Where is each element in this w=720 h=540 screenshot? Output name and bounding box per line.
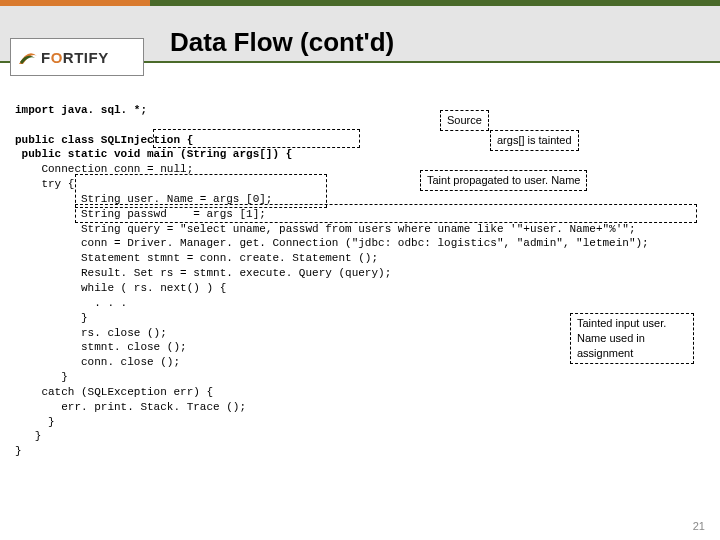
page-number: 21: [693, 520, 705, 532]
code-line: }: [15, 371, 68, 383]
annotation-tainted-input: Tainted input user. Name used in assignm…: [570, 313, 694, 364]
code-line: Statement stmnt = conn. create. Statemen…: [15, 252, 378, 264]
slide-title: Data Flow (cont'd): [170, 27, 394, 58]
code-line: Result. Set rs = stmnt. execute. Query (…: [15, 267, 391, 279]
annotation-args-tainted: args[] is tainted: [490, 130, 579, 151]
code-line: public class SQLInjection {: [15, 134, 193, 146]
code-line: err. print. Stack. Trace ();: [15, 401, 246, 413]
code-line: . . .: [15, 297, 127, 309]
code-line: Connection conn = null;: [15, 163, 193, 175]
code-line: }: [15, 445, 22, 457]
code-line: stmnt. close ();: [15, 341, 187, 353]
code-line: conn. close ();: [15, 356, 180, 368]
code-line: }: [15, 312, 88, 324]
code-line: while ( rs. next() ) {: [15, 282, 226, 294]
code-line: try {: [15, 178, 74, 190]
code-block: import java. sql. *; public class SQLInj…: [15, 88, 705, 540]
logo-text: FORTIFY: [41, 49, 109, 66]
code-line: catch (SQLException err) {: [15, 386, 213, 398]
code-line: String user. Name = args [0];: [15, 193, 272, 205]
code-line: String query = "select uname, passwd fro…: [15, 223, 636, 235]
fortify-logo: FORTIFY: [10, 38, 144, 76]
code-line: }: [15, 416, 55, 428]
annotation-taint-propagated: Taint propagated to user. Name: [420, 170, 587, 191]
logo-swoosh-icon: [17, 46, 39, 68]
code-line: rs. close ();: [15, 327, 167, 339]
annotation-source: Source: [440, 110, 489, 131]
code-line: import java. sql. *;: [15, 104, 147, 116]
code-line: }: [15, 430, 41, 442]
code-line: public static void main (String args[]) …: [15, 148, 292, 160]
code-line: conn = Driver. Manager. get. Connection …: [15, 237, 649, 249]
code-line: String passwd = args [1];: [15, 208, 266, 220]
